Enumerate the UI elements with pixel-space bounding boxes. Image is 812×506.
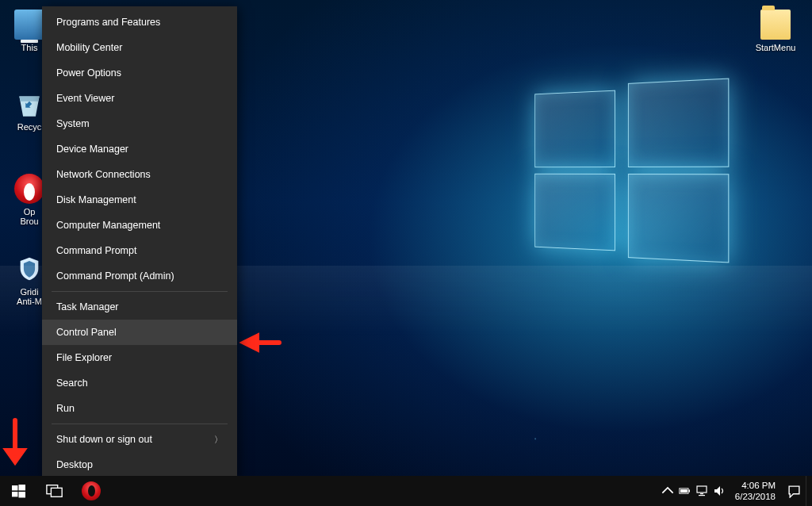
winx-item-label: Run xyxy=(56,403,75,414)
wallpaper-windows-logo xyxy=(534,79,729,263)
tray-show-hidden-icons[interactable] xyxy=(659,476,676,506)
folder-icon xyxy=(760,10,791,40)
winx-item-label: Computer Management xyxy=(56,220,160,231)
winx-item-device-manager[interactable]: Device Manager xyxy=(42,136,237,162)
taskbar-pinned-opera[interactable] xyxy=(73,476,109,506)
winx-item-shut-down-or-sign-out[interactable]: Shut down or sign out〉 xyxy=(42,427,237,452)
winx-item-label: Mobility Center xyxy=(56,42,122,53)
winx-item-label: Shut down or sign out xyxy=(56,434,152,445)
svg-rect-5 xyxy=(51,488,62,496)
winx-item-label: Desktop xyxy=(56,459,93,470)
winx-item-label: Power Options xyxy=(56,67,121,79)
task-view-icon xyxy=(46,484,63,498)
taskbar: 4:06 PM 6/23/2018 xyxy=(0,476,812,506)
svg-rect-9 xyxy=(697,486,707,493)
svg-rect-1 xyxy=(18,485,25,490)
winx-item-run[interactable]: Run xyxy=(42,396,237,421)
network-icon xyxy=(696,485,709,497)
svg-rect-0 xyxy=(12,485,17,490)
desktop-icon-startmenu-folder[interactable]: StartMenu xyxy=(747,10,804,52)
winx-item-task-manager[interactable]: Task Manager xyxy=(42,294,237,320)
winx-item-programs-and-features[interactable]: Programs and Features xyxy=(42,10,237,35)
tray-action-center[interactable] xyxy=(782,476,806,506)
menu-separator xyxy=(52,291,228,292)
winx-item-label: Programs and Features xyxy=(56,17,160,28)
winx-item-label: System xyxy=(56,118,90,129)
action-center-icon xyxy=(787,485,801,498)
winx-item-label: Command Prompt (Admin) xyxy=(56,270,174,282)
winx-item-label: Command Prompt xyxy=(56,245,136,256)
desktop-icon-label: StartMenu xyxy=(747,43,804,52)
winx-item-computer-management[interactable]: Computer Management xyxy=(42,213,237,238)
svg-rect-11 xyxy=(699,495,705,496)
start-button[interactable] xyxy=(0,476,36,506)
winx-item-label: Task Manager xyxy=(56,301,119,312)
menu-separator xyxy=(52,424,228,424)
tray-date: 6/23/2018 xyxy=(735,491,776,502)
winx-item-mobility-center[interactable]: Mobility Center xyxy=(42,35,237,60)
winx-item-search[interactable]: Search xyxy=(42,370,237,396)
winx-item-network-connections[interactable]: Network Connections xyxy=(42,162,237,187)
svg-rect-7 xyxy=(688,489,690,492)
tray-time: 4:06 PM xyxy=(735,480,776,491)
winx-item-label: Search xyxy=(56,378,88,389)
winx-menu: Programs and FeaturesMobility CenterPowe… xyxy=(42,6,237,479)
winx-item-command-prompt-admin[interactable]: Command Prompt (Admin) xyxy=(42,263,237,289)
winx-item-label: Control Panel xyxy=(56,327,117,338)
shield-icon xyxy=(14,254,44,284)
chevron-right-icon: 〉 xyxy=(214,434,223,445)
opera-icon xyxy=(14,174,44,204)
volume-icon xyxy=(714,485,726,497)
winx-item-command-prompt[interactable]: Command Prompt xyxy=(42,238,237,263)
battery-icon xyxy=(679,485,691,497)
winx-item-file-explorer[interactable]: File Explorer xyxy=(42,345,237,370)
winx-item-label: Event Viewer xyxy=(56,93,114,104)
opera-icon xyxy=(82,481,101,500)
winx-item-label: Device Manager xyxy=(56,144,128,155)
svg-rect-8 xyxy=(680,489,688,493)
winx-item-label: Disk Management xyxy=(56,194,136,205)
winx-item-disk-management[interactable]: Disk Management xyxy=(42,187,237,213)
pc-icon xyxy=(14,10,44,40)
chevron-up-icon xyxy=(661,485,674,497)
winx-item-control-panel[interactable]: Control Panel xyxy=(42,320,237,345)
winx-item-system[interactable]: System xyxy=(42,111,237,136)
tray-clock[interactable]: 4:06 PM 6/23/2018 xyxy=(729,480,782,502)
wallpaper-windows-logo-reflection xyxy=(534,265,729,450)
winx-item-power-options[interactable]: Power Options xyxy=(42,60,237,86)
show-desktop-button[interactable] xyxy=(806,476,810,506)
tray-battery[interactable] xyxy=(676,476,694,506)
tray-volume[interactable] xyxy=(711,476,729,506)
winx-item-label: Network Connections xyxy=(56,169,151,180)
winx-item-label: File Explorer xyxy=(56,352,112,363)
windows-logo-icon xyxy=(12,485,25,498)
tray-network[interactable] xyxy=(694,476,711,506)
recycle-bin-icon xyxy=(14,89,44,119)
svg-rect-3 xyxy=(18,492,25,497)
winx-item-desktop[interactable]: Desktop xyxy=(42,452,237,477)
svg-rect-10 xyxy=(700,493,703,494)
svg-rect-2 xyxy=(12,492,17,496)
winx-item-event-viewer[interactable]: Event Viewer xyxy=(42,86,237,111)
taskbar-task-view[interactable] xyxy=(36,476,73,506)
